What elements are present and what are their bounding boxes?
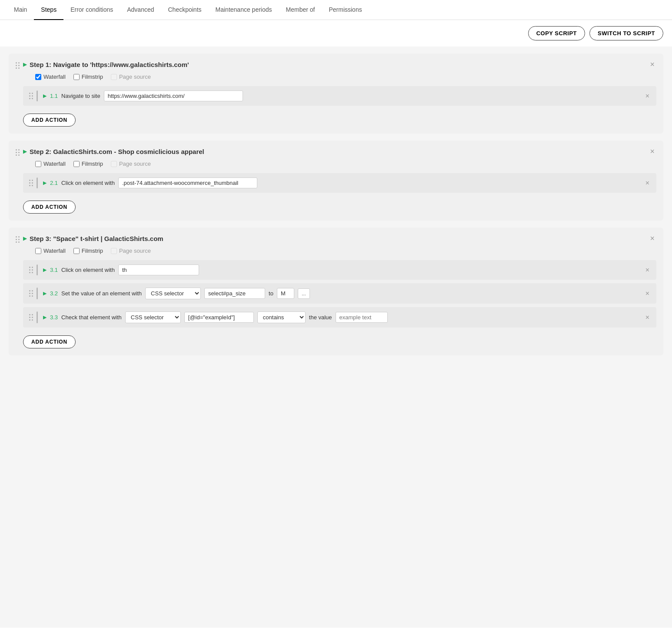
toolbar: COPY SCRIPT SWITCH TO SCRIPT	[0, 20, 672, 47]
action-3-1-number: 3.1	[50, 267, 58, 273]
action-row-1-1: ▶1.1Navigate to site×	[23, 86, 656, 106]
step-3-page-source-checkbox[interactable]: Page source	[111, 248, 151, 254]
action-3-3-number: 3.3	[50, 314, 58, 321]
step-1-page-source-label: Page source	[119, 74, 151, 80]
tab-member-of[interactable]: Member of	[279, 0, 322, 20]
step-expand-icon[interactable]: ▶	[23, 61, 27, 67]
step-3-close-button[interactable]: ×	[648, 234, 656, 242]
action-3-2-close-button[interactable]: ×	[645, 290, 650, 298]
action-3-3-condition-select[interactable]: containsequalsstarts withends with	[257, 311, 306, 323]
step-card-3: ▶Step 3: "Space" t-shirt | GalacticShirt…	[9, 228, 663, 355]
step-3-add-action-button[interactable]: ADD ACTION	[23, 335, 76, 348]
step-3-checkboxes: WaterfallFilmstripPage source	[35, 248, 656, 254]
action-1-1-number: 1.1	[50, 93, 58, 99]
step-3-waterfall-checkbox[interactable]: Waterfall	[35, 248, 66, 254]
nav-tabs: MainStepsError conditionsAdvancedCheckpo…	[0, 0, 672, 20]
action-3-1-input[interactable]	[118, 264, 199, 275]
step-2-filmstrip-checkbox[interactable]: Filmstrip	[73, 161, 103, 167]
content-area: ▶Step 1: Navigate to 'https://www.galact…	[0, 47, 672, 628]
action-2-1-input[interactable]	[118, 177, 257, 188]
copy-script-button[interactable]: COPY SCRIPT	[528, 26, 585, 40]
step-3-filmstrip-label: Filmstrip	[82, 248, 103, 254]
step-1-filmstrip-label: Filmstrip	[82, 74, 103, 80]
action-drag-handle[interactable]	[29, 93, 33, 99]
action-3-1-close-button[interactable]: ×	[645, 266, 650, 274]
step-1-waterfall-checkbox[interactable]: Waterfall	[35, 74, 66, 80]
action-3-3-value-input[interactable]	[336, 312, 388, 323]
tab-checkpoints[interactable]: Checkpoints	[161, 0, 209, 20]
step-1-waterfall-label: Waterfall	[43, 74, 66, 80]
action-row-3-2: ▶3.2Set the value of an element withCSS …	[23, 283, 656, 304]
action-expand-icon[interactable]: ▶	[43, 291, 47, 296]
action-separator-bar	[37, 177, 38, 188]
step-3-title: Step 3: "Space" t-shirt | GalacticShirts…	[30, 235, 648, 242]
step-3-page-source-label: Page source	[119, 248, 151, 254]
action-separator-bar	[37, 288, 38, 299]
step-1-add-action-button[interactable]: ADD ACTION	[23, 114, 76, 127]
step-2-title: Step 2: GalacticShirts.com - Shop cosmic…	[30, 148, 648, 155]
step-1-close-button[interactable]: ×	[648, 60, 656, 68]
action-1-1-close-button[interactable]: ×	[645, 92, 650, 100]
action-1-1-description: Navigate to site	[61, 93, 100, 99]
step-2-add-action-button[interactable]: ADD ACTION	[23, 201, 76, 214]
action-3-1-description: Click on element with	[61, 267, 115, 273]
switch-to-script-button[interactable]: SWITCH TO SCRIPT	[589, 26, 663, 40]
step-1-filmstrip-checkbox[interactable]: Filmstrip	[73, 74, 103, 80]
action-3-3-condition-label: the value	[309, 314, 332, 321]
step-card-2: ▶Step 2: GalacticShirts.com - Shop cosmi…	[9, 141, 663, 221]
tab-maintenance-periods[interactable]: Maintenance periods	[209, 0, 279, 20]
action-3-2-description: Set the value of an element with	[61, 290, 142, 297]
action-3-2-more-button[interactable]: ...	[298, 288, 310, 299]
tab-steps[interactable]: Steps	[34, 0, 63, 20]
action-3-2-selector-input[interactable]	[204, 288, 265, 299]
step-2-filmstrip-label: Filmstrip	[82, 161, 103, 167]
step-drag-handle[interactable]	[16, 147, 20, 156]
step-3-filmstrip-checkbox[interactable]: Filmstrip	[73, 248, 103, 254]
step-card-1: ▶Step 1: Navigate to 'https://www.galact…	[9, 54, 663, 134]
tab-main[interactable]: Main	[7, 0, 34, 20]
step-2-page-source-checkbox[interactable]: Page source	[111, 161, 151, 167]
action-expand-icon[interactable]: ▶	[43, 180, 47, 186]
action-3-3-close-button[interactable]: ×	[645, 314, 650, 321]
action-3-3-selector-input[interactable]	[184, 312, 254, 323]
step-3-waterfall-label: Waterfall	[43, 248, 66, 254]
action-2-1-close-button[interactable]: ×	[645, 179, 650, 187]
step-1-title: Step 1: Navigate to 'https://www.galacti…	[30, 61, 648, 68]
action-3-3-selector-select[interactable]: CSS selectorXPathIDName	[125, 311, 181, 323]
step-2-waterfall-checkbox[interactable]: Waterfall	[35, 161, 66, 167]
step-expand-icon[interactable]: ▶	[23, 148, 27, 154]
action-row-2-1: ▶2.1Click on element with×	[23, 173, 656, 193]
action-row-3-3: ▶3.3Check that element withCSS selectorX…	[23, 307, 656, 328]
step-1-checkboxes: WaterfallFilmstripPage source	[35, 74, 656, 80]
action-drag-handle[interactable]	[29, 290, 33, 297]
step-drag-handle[interactable]	[16, 234, 20, 243]
action-expand-icon[interactable]: ▶	[43, 314, 47, 320]
step-2-page-source-label: Page source	[119, 161, 151, 167]
step-expand-icon[interactable]: ▶	[23, 235, 27, 241]
action-drag-handle[interactable]	[29, 180, 33, 186]
step-2-waterfall-label: Waterfall	[43, 161, 66, 167]
action-3-2-number: 3.2	[50, 290, 58, 297]
action-expand-icon[interactable]: ▶	[43, 267, 47, 273]
step-1-page-source-checkbox[interactable]: Page source	[111, 74, 151, 80]
action-3-3-description: Check that element with	[61, 314, 122, 321]
action-1-1-input[interactable]	[104, 90, 243, 101]
action-separator-bar	[37, 264, 38, 275]
action-3-2-selector-select[interactable]: CSS selectorXPathIDName	[145, 288, 201, 299]
step-2-checkboxes: WaterfallFilmstripPage source	[35, 161, 656, 167]
action-expand-icon[interactable]: ▶	[43, 93, 47, 99]
tab-advanced[interactable]: Advanced	[120, 0, 161, 20]
action-3-2-value-input[interactable]	[277, 288, 294, 299]
step-2-close-button[interactable]: ×	[648, 147, 656, 155]
action-3-2-to-label: to	[269, 290, 273, 297]
action-row-3-1: ▶3.1Click on element with×	[23, 260, 656, 280]
action-separator-bar	[37, 90, 38, 101]
step-drag-handle[interactable]	[16, 60, 20, 69]
tab-permissions[interactable]: Permissions	[322, 0, 369, 20]
action-2-1-number: 2.1	[50, 180, 58, 186]
action-2-1-description: Click on element with	[61, 180, 115, 186]
tab-error-conditions[interactable]: Error conditions	[63, 0, 120, 20]
action-separator-bar	[37, 311, 38, 323]
action-drag-handle[interactable]	[29, 267, 33, 273]
action-drag-handle[interactable]	[29, 314, 33, 321]
